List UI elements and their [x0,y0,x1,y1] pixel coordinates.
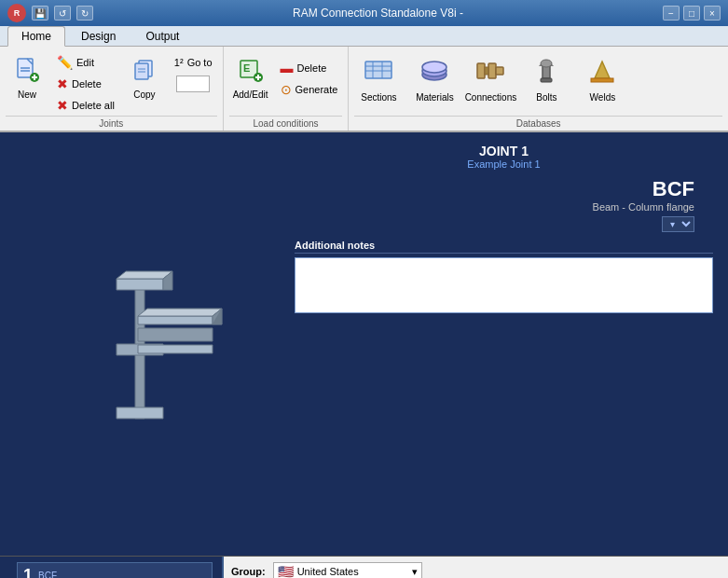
joints-group-label: Joints [6,116,217,131]
generate-button[interactable]: ⊙ Generate [276,79,343,100]
db-group-select[interactable]: 🇺🇸 United States ▾ [273,562,422,578]
delete-all-button[interactable]: ✖ Delete all [52,95,119,116]
db-group-label: Group: [231,566,266,577]
databases-group-label: Databases [354,116,722,131]
materials-button[interactable]: Materials [410,50,459,106]
svg-rect-25 [485,67,488,75]
delete-all-label: Delete all [72,98,115,113]
copy-label: Copy [133,89,155,101]
edit-label: Edit [76,55,94,70]
window-title: RAM Connection Standalone V8i - [93,7,663,20]
joint-title: JOINT 1 [295,144,713,158]
delete-button[interactable]: ✖ Delete [52,74,119,94]
addedit-label: Add/Edit [233,89,268,101]
ribbon-group-loadconditions: E Add/Edit ▬ Delete ⊙ Generate [224,47,350,131]
svg-marker-38 [138,328,213,341]
joint-type-badge: BCF [38,571,57,578]
materials-label: Materials [416,92,454,103]
ribbon-group-joints: New ✏️ Edit ✖ Delete ✖ Delete all [0,47,224,131]
us-flag-icon: 🇺🇸 [278,564,294,578]
connections-button[interactable]: Connections [466,50,515,106]
svg-rect-23 [477,63,485,78]
svg-point-29 [541,60,552,67]
sections-button[interactable]: Sections [354,50,403,106]
svg-marker-30 [595,62,610,78]
quick-undo-btn[interactable]: ↺ [54,6,71,21]
joint-type-desc: Beam - Column flange [295,201,713,213]
materials-icon [419,58,449,90]
bolts-icon [531,58,561,90]
bolts-label: Bolts [536,92,556,103]
addedit-button[interactable]: E Add/Edit [229,50,272,106]
goto-button[interactable]: 1² Go to [170,52,217,73]
svg-marker-33 [117,279,163,290]
notes-textarea[interactable] [295,257,713,313]
bolts-button[interactable]: Bolts [522,50,570,106]
svg-point-22 [422,62,446,73]
goto-input[interactable] [176,76,210,92]
ribbon-group-joints-content: New ✏️ Edit ✖ Delete ✖ Delete all [6,50,217,116]
new-button[interactable]: New [6,50,48,106]
title-bar-left: R 💾 ↺ ↻ [7,4,93,22]
addedit-icon: E [238,57,264,88]
edit-button[interactable]: ✏️ Edit [52,52,119,73]
close-btn[interactable]: × [704,6,721,21]
joint-card: 1 BCF [17,562,213,578]
joint-subtitle: Example Joint 1 [295,158,713,170]
edit-icon: ✏️ [57,55,73,70]
title-bar: R 💾 ↺ ↻ RAM Connection Standalone V8i - … [0,0,728,26]
sections-label: Sections [361,92,396,103]
lc-delete-icon: ▬ [281,61,294,76]
joint-card-header: 1 BCF [18,563,212,578]
joint-type-code: BCF [295,177,713,201]
minimize-btn[interactable]: − [663,6,680,21]
new-label: New [18,89,36,101]
window-controls: − □ × [663,6,721,21]
svg-marker-41 [138,309,222,316]
delete-label: Delete [72,76,102,91]
db-group-value: United States [297,566,359,577]
svg-marker-39 [138,316,213,324]
ribbon-group-databases: Sections Materials [349,47,728,131]
tab-output[interactable]: Output [131,26,193,46]
beam-3d-svg [47,251,233,437]
copy-button[interactable]: Copy [123,50,166,106]
databases-content: Sections Materials [354,50,722,116]
copy-icon [131,57,158,88]
svg-marker-40 [138,345,213,353]
connections-icon [475,58,505,90]
goto-group: 1² Go to [170,50,217,92]
joint-number: 1 [23,566,33,578]
generate-label: Generate [295,82,338,97]
lc-delete-label: Delete [297,61,327,76]
type-dropdown[interactable]: ▾ [662,216,694,232]
tab-home[interactable]: Home [7,26,65,47]
sections-icon [364,58,393,90]
welds-icon [587,58,617,90]
tab-design[interactable]: Design [67,26,130,46]
svg-rect-26 [496,67,503,75]
loadconditions-group-label: Load conditions [229,116,343,131]
type-dropdown-row: ▾ [295,216,713,232]
maximize-btn[interactable]: □ [683,6,700,21]
small-btns-col: ✏️ Edit ✖ Delete ✖ Delete all [52,50,119,116]
delete-icon: ✖ [57,76,68,91]
lc-delete-button[interactable]: ▬ Delete [276,58,343,78]
loadconditions-content: E Add/Edit ▬ Delete ⊙ Generate [229,50,343,116]
goto-label: Go to [187,55,213,70]
main-3d-view [0,132,280,556]
quick-save-btn[interactable]: 💾 [32,6,48,21]
welds-button[interactable]: Welds [578,50,626,106]
delete-all-icon: ✖ [57,98,68,113]
goto-icon: 1² [174,55,184,70]
ribbon-tabs: Home Design Output [0,26,728,47]
svg-text:E: E [243,62,250,74]
right-panel: JOINT 1 Example Joint 1 BCF Beam - Colum… [280,132,728,556]
svg-rect-15 [365,62,391,78]
db-group-dropdown-icon: ▾ [412,566,418,578]
lc-small-btns: ▬ Delete ⊙ Generate [276,50,343,100]
quick-redo-btn[interactable]: ↻ [76,6,93,21]
welds-label: Welds [590,92,616,103]
svg-rect-28 [541,78,552,82]
svg-rect-31 [591,78,613,82]
